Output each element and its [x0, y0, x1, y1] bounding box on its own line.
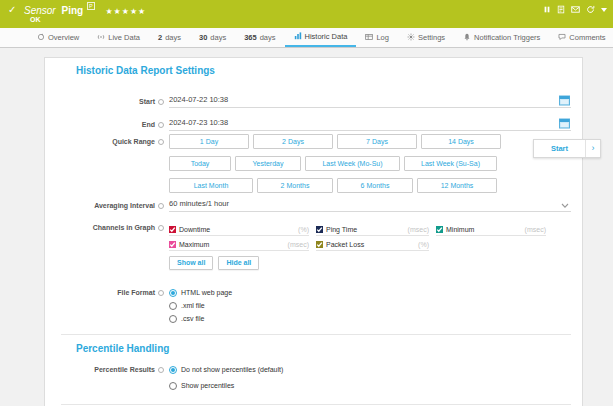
- quick-range-last-week-su-sa[interactable]: Last Week (Su-Sa): [404, 156, 497, 171]
- historic-data-icon: [294, 32, 302, 42]
- calendar-icon[interactable]: [559, 118, 570, 131]
- email-icon[interactable]: [571, 5, 580, 14]
- section-divider: [61, 334, 571, 335]
- channel-checkbox[interactable]: [316, 241, 323, 248]
- quick-range-today[interactable]: Today: [169, 156, 231, 171]
- quick-range-last-month[interactable]: Last Month: [169, 178, 253, 193]
- info-icon[interactable]: [158, 290, 164, 296]
- averaging-interval-select[interactable]: 60 minutes/1 hour: [169, 199, 571, 212]
- file-format-option-csv: .csv file: [169, 313, 204, 324]
- quick-range-label: Quick Range: [45, 138, 164, 145]
- start-date-field[interactable]: 2024-07-22 10:38: [169, 95, 571, 108]
- sensor-title-bar: ✓ Sensor Ping P ★★★★★ OK: [0, 0, 613, 28]
- refresh-icon[interactable]: [586, 5, 595, 14]
- file-format-option-html: HTML web page: [169, 287, 232, 298]
- tab-settings[interactable]: Settings: [398, 28, 454, 47]
- sensor-type-label: Sensor: [24, 5, 56, 16]
- channel-checkbox[interactable]: [436, 226, 443, 233]
- radio-do-not-show-percentiles[interactable]: [169, 366, 177, 374]
- status-badge: OK: [30, 16, 41, 23]
- tab-historic-data[interactable]: Historic Data: [285, 28, 357, 47]
- gear-icon: [407, 33, 415, 43]
- log-icon: [365, 33, 373, 43]
- hide-all-button[interactable]: Hide all: [218, 256, 259, 270]
- radio-show-percentiles[interactable]: [169, 382, 177, 390]
- start-report-button[interactable]: Start ›: [533, 139, 601, 158]
- channels-in-graph-label: Channels in Graph: [45, 224, 164, 231]
- chevron-down-icon: [561, 202, 569, 211]
- prtg-sensor-page: ✓ Sensor Ping P ★★★★★ OK Overview Live D…: [0, 0, 613, 406]
- section-title-percentile: Percentile Handling: [76, 343, 169, 354]
- live-data-icon: [97, 33, 105, 43]
- quick-range-2-days[interactable]: 2 Days: [253, 134, 333, 149]
- percentile-option-none: Do not show percentiles (default): [169, 364, 283, 375]
- tab-notification-triggers[interactable]: Notification Triggers: [454, 28, 549, 47]
- tab-live-data[interactable]: Live Data: [88, 28, 149, 47]
- calendar-icon[interactable]: [559, 95, 570, 108]
- info-icon[interactable]: [158, 203, 164, 209]
- start-date-value: 2024-07-22 10:38: [169, 95, 228, 104]
- start-button-label[interactable]: Start: [534, 140, 585, 157]
- quick-range-2-months[interactable]: 2 Months: [257, 178, 333, 193]
- channel-maximum: Maximum (msec): [169, 239, 309, 251]
- info-icon[interactable]: [158, 122, 164, 128]
- quick-range-row-1: 1 Day 2 Days 7 Days 14 Days: [169, 134, 501, 149]
- file-format-option-xml: .xml file: [169, 300, 205, 311]
- channel-minimum: Minimum (msec): [436, 224, 546, 236]
- tab-2-days[interactable]: 2days: [149, 28, 190, 47]
- sensor-superscript-badge: P: [87, 2, 95, 10]
- channel-ping-time: Ping Time (msec): [316, 224, 429, 236]
- channel-checkbox[interactable]: [169, 241, 176, 248]
- pause-icon[interactable]: [543, 5, 551, 14]
- end-label: End: [45, 121, 164, 128]
- radio-html-web-page[interactable]: [169, 289, 177, 297]
- tab-log[interactable]: Log: [356, 28, 398, 47]
- section-title-historic-data: Historic Data Report Settings: [76, 65, 215, 76]
- comments-icon: [558, 33, 566, 43]
- settings-card: Historic Data Report Settings Start 2024…: [44, 57, 583, 406]
- quick-range-row-2: Today Yesterday Last Week (Mo-Su) Last W…: [169, 156, 501, 171]
- quick-range-12-months[interactable]: 12 Months: [417, 178, 497, 193]
- quick-range-row-3: Last Month 2 Months 6 Months 12 Months: [169, 178, 501, 193]
- radio-xml-file[interactable]: [169, 302, 177, 310]
- chevron-right-icon[interactable]: ›: [585, 140, 600, 157]
- channel-packet-loss: Packet Loss (%): [316, 239, 429, 251]
- quick-range-yesterday[interactable]: Yesterday: [235, 156, 301, 171]
- tab-overview[interactable]: Overview: [28, 28, 88, 47]
- sensor-title: Sensor Ping P ★★★★★: [24, 3, 146, 16]
- start-label: Start: [45, 98, 164, 105]
- status-check-icon: ✓: [8, 4, 16, 15]
- tab-comments[interactable]: Comments: [549, 28, 613, 47]
- info-icon[interactable]: [158, 99, 164, 105]
- info-icon[interactable]: [158, 139, 164, 145]
- info-icon[interactable]: [158, 367, 164, 373]
- quick-range-1-day[interactable]: 1 Day: [169, 134, 249, 149]
- channel-checkbox[interactable]: [316, 226, 323, 233]
- file-format-label: File Format: [45, 289, 164, 296]
- tab-365-days[interactable]: 365days: [235, 28, 284, 47]
- channel-downtime: Downtime (%): [169, 224, 309, 236]
- show-all-button[interactable]: Show all: [169, 256, 213, 270]
- bottom-divider: [61, 404, 571, 405]
- tab-bar: Overview Live Data 2days 30days 365days …: [0, 28, 613, 48]
- percentile-results-label: Percentile Results: [45, 366, 164, 373]
- averaging-interval-label: Averaging Interval: [45, 202, 164, 209]
- quick-range-6-months[interactable]: 6 Months: [337, 178, 413, 193]
- quick-range-14-days[interactable]: 14 Days: [421, 134, 501, 149]
- end-date-value: 2024-07-23 10:38: [169, 118, 228, 127]
- end-date-field[interactable]: 2024-07-23 10:38: [169, 118, 571, 131]
- quick-range-7-days[interactable]: 7 Days: [337, 134, 417, 149]
- sensor-name[interactable]: Ping: [61, 5, 83, 16]
- radio-csv-file[interactable]: [169, 315, 177, 323]
- bell-icon: [463, 33, 471, 43]
- overview-icon: [37, 33, 45, 43]
- channel-checkbox[interactable]: [169, 226, 176, 233]
- averaging-interval-value: 60 minutes/1 hour: [169, 199, 229, 208]
- info-icon[interactable]: [158, 225, 164, 231]
- quick-range-last-week-mo-su[interactable]: Last Week (Mo-Su): [305, 156, 400, 171]
- report-icon[interactable]: [557, 5, 565, 14]
- caret-down-icon[interactable]: [601, 8, 607, 12]
- priority-stars[interactable]: ★★★★★: [105, 7, 146, 16]
- tab-30-days[interactable]: 30days: [190, 28, 235, 47]
- percentile-option-show: Show percentiles: [169, 380, 234, 391]
